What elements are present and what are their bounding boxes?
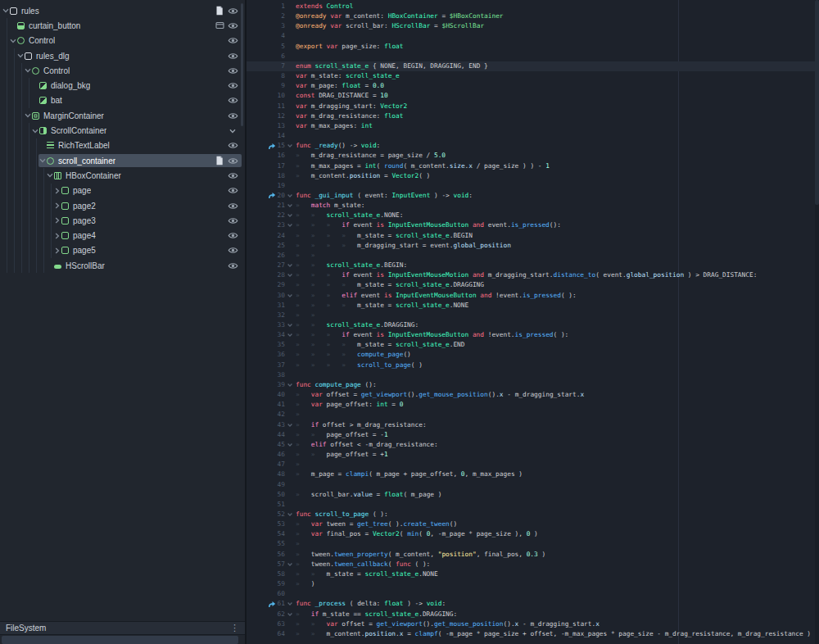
- line-number[interactable]: 53: [247, 519, 285, 529]
- eye-icon[interactable]: [227, 201, 238, 211]
- line-number[interactable]: 33: [247, 320, 285, 330]
- collapse-arrow-icon[interactable]: [2, 7, 10, 15]
- code-line[interactable]: 30»»»elif event is InputEventMouseButton…: [247, 291, 819, 301]
- tree-row[interactable]: dialog_bkg: [0, 78, 245, 93]
- line-number[interactable]: 1: [247, 2, 285, 11]
- code-line[interactable]: 26»»: [247, 251, 819, 261]
- line-number[interactable]: 50: [247, 490, 285, 500]
- fold-icon[interactable]: [287, 610, 294, 619]
- tree-row[interactable]: page: [0, 184, 245, 198]
- line-number[interactable]: 8: [247, 71, 285, 81]
- line-number[interactable]: 19: [247, 181, 285, 191]
- fold-icon[interactable]: [287, 261, 294, 270]
- line-number[interactable]: 13: [247, 121, 285, 131]
- line-number[interactable]: 52: [247, 510, 285, 519]
- line-number[interactable]: 25: [247, 241, 285, 251]
- expand-arrow-icon[interactable]: [53, 216, 61, 224]
- line-number[interactable]: 5: [247, 42, 285, 52]
- line-number[interactable]: 41: [247, 400, 285, 410]
- line-number[interactable]: 3: [247, 21, 285, 31]
- fold-icon[interactable]: [287, 201, 294, 211]
- collapse-arrow-icon[interactable]: [31, 127, 39, 135]
- eye-icon[interactable]: [227, 215, 238, 225]
- line-number[interactable]: 51: [247, 500, 285, 510]
- collapse-arrow-icon[interactable]: [24, 111, 32, 120]
- code-line[interactable]: 11var m_dragging_start: Vector2: [247, 102, 819, 111]
- line-number[interactable]: 56: [247, 550, 285, 560]
- collapse-arrow-icon[interactable]: [16, 52, 25, 60]
- tree-row[interactable]: HBoxContainer: [0, 168, 245, 183]
- tree-row[interactable]: page2: [0, 198, 245, 213]
- line-number[interactable]: 47: [247, 460, 285, 469]
- code-line[interactable]: 12var m_drag_resistance: float: [247, 111, 819, 121]
- code-line[interactable]: 32»»: [247, 311, 819, 320]
- line-number[interactable]: 59: [247, 579, 285, 589]
- line-number[interactable]: 20: [247, 191, 285, 201]
- line-number[interactable]: 11: [247, 102, 285, 111]
- code-line[interactable]: 60: [247, 589, 819, 599]
- line-number[interactable]: 49: [247, 480, 285, 490]
- code-line[interactable]: 31»»»»m_state = scroll_state_e.NONE: [247, 301, 819, 311]
- fold-icon[interactable]: [287, 599, 294, 609]
- chevron-down-icon[interactable]: [227, 126, 238, 136]
- code-line[interactable]: 55»: [247, 539, 819, 549]
- code-line[interactable]: 1extends Control: [247, 2, 819, 11]
- eye-icon[interactable]: [227, 156, 238, 166]
- code-line[interactable]: 53»var tween = get_tree( ).create_tween(…: [247, 519, 819, 529]
- line-number[interactable]: 48: [247, 469, 285, 479]
- line-number[interactable]: 28: [247, 270, 285, 280]
- fold-icon[interactable]: [287, 320, 294, 330]
- line-number[interactable]: 63: [247, 619, 285, 629]
- code-line[interactable]: 62»if m_state == scroll_state_e.DRAGGING…: [247, 610, 819, 619]
- code-line[interactable]: 64»»m_content.position.x = clampf( -m_pa…: [247, 629, 819, 639]
- line-number[interactable]: 32: [247, 311, 285, 320]
- line-number[interactable]: 46: [247, 450, 285, 460]
- tree-row[interactable]: bat: [0, 93, 245, 108]
- line-number[interactable]: 2: [247, 11, 285, 21]
- code-line[interactable]: 36»»»»compute_page(): [247, 350, 819, 360]
- expand-arrow-icon[interactable]: [53, 232, 61, 240]
- kebab-menu-icon[interactable]: ⋮: [230, 624, 239, 633]
- code-line[interactable]: 18»m_content.position = Vector2( ): [247, 171, 819, 181]
- line-number[interactable]: 54: [247, 529, 285, 539]
- code-line[interactable]: 56»tween.tween_property( m_content, "pos…: [247, 550, 819, 560]
- filesystem-dock-header[interactable]: FileSystem ⋮: [0, 621, 245, 635]
- line-number[interactable]: 31: [247, 301, 285, 311]
- tree-row[interactable]: page5: [0, 243, 245, 258]
- line-number[interactable]: 64: [247, 629, 285, 639]
- expand-arrow-icon[interactable]: [53, 202, 61, 210]
- collapse-arrow-icon[interactable]: [38, 156, 47, 165]
- line-number[interactable]: 9: [247, 81, 285, 91]
- line-number[interactable]: 62: [247, 610, 285, 619]
- fold-icon[interactable]: [287, 330, 294, 340]
- code-line[interactable]: 45»elif offset < -m_drag_resistance:: [247, 440, 819, 450]
- fold-icon[interactable]: [287, 380, 294, 390]
- code-line[interactable]: 47»: [247, 460, 819, 469]
- expand-arrow-icon[interactable]: [53, 187, 61, 195]
- eye-icon[interactable]: [227, 186, 238, 196]
- code-line[interactable]: 51: [247, 500, 819, 510]
- tree-row[interactable]: Control: [0, 34, 245, 48]
- code-line[interactable]: 49: [247, 480, 819, 490]
- eye-icon[interactable]: [227, 36, 238, 46]
- eye-icon[interactable]: [227, 20, 238, 30]
- code-line[interactable]: 46»»page_offset = +1: [247, 450, 819, 460]
- line-number[interactable]: 43: [247, 420, 285, 430]
- eye-icon[interactable]: [227, 261, 238, 270]
- code-scrollbar-thumb[interactable]: [815, 0, 819, 205]
- line-number[interactable]: 37: [247, 361, 285, 370]
- line-number[interactable]: 38: [247, 370, 285, 380]
- code-line[interactable]: 7enum scroll_state_e { NONE, BEGIN, DRAG…: [247, 61, 819, 71]
- code-line[interactable]: 21»match m_state:: [247, 201, 819, 211]
- eye-icon[interactable]: [227, 231, 238, 241]
- tree-row[interactable]: ScrollContainer: [0, 123, 245, 138]
- fold-icon[interactable]: [287, 420, 294, 430]
- tree-row[interactable]: MarginContainer: [0, 108, 245, 123]
- line-number[interactable]: 4: [247, 31, 285, 41]
- line-number[interactable]: 42: [247, 410, 285, 420]
- line-number[interactable]: 29: [247, 280, 285, 290]
- scene-tree-scrollbar[interactable]: [241, 3, 243, 126]
- code-line[interactable]: 4: [247, 31, 819, 41]
- code-lines[interactable]: 1extends Control2@onready var m_content:…: [247, 2, 819, 639]
- eye-icon[interactable]: [227, 111, 238, 120]
